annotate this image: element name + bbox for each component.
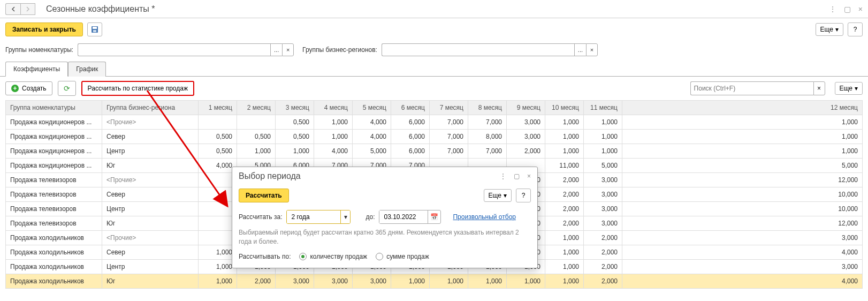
cell-month: 1,000	[507, 274, 545, 289]
regions-clear-button[interactable]: ×	[586, 43, 598, 56]
calendar-button[interactable]: 📅	[428, 210, 440, 223]
cell-month: 6,000	[391, 130, 430, 144]
tab-chart[interactable]: График	[68, 62, 106, 77]
nomenclature-ellipsis-button[interactable]: ...	[270, 43, 282, 56]
calculate-for-label: Рассчитать за:	[239, 213, 282, 221]
radio-by-quantity[interactable]: количеству продаж	[299, 253, 367, 260]
col-m3[interactable]: 3 месяц	[276, 101, 314, 115]
window-close-icon[interactable]: ×	[858, 5, 863, 13]
cell-month: 1,000	[545, 144, 584, 159]
col-m9[interactable]: 9 месяц	[507, 101, 545, 115]
cell-month: 1,000	[276, 144, 314, 159]
radio-dot-icon	[299, 253, 307, 260]
window-menu-icon[interactable]: ⋮	[829, 5, 836, 13]
cell-month: 2,000	[237, 274, 276, 289]
create-button[interactable]: +Создать	[5, 81, 52, 95]
col-m6[interactable]: 6 месяц	[391, 101, 430, 115]
cell-region: Центр	[102, 202, 199, 216]
cell-group: Продажа телевизоров	[6, 187, 102, 202]
period-input[interactable]	[287, 210, 340, 223]
table-row[interactable]: Продажа кондиционеров ...Север0,5000,500…	[6, 130, 863, 144]
more-button[interactable]: Еще▾	[816, 23, 843, 36]
col-m5[interactable]: 5 месяц	[353, 101, 391, 115]
cell-month: 1,000	[545, 245, 584, 260]
col-m12[interactable]: 12 месяц	[622, 101, 863, 115]
col-m8[interactable]: 8 месяц	[468, 101, 507, 115]
cell-month	[199, 115, 237, 130]
tab-coefficients[interactable]: Коэффициенты	[5, 62, 68, 77]
cell-month: 2,000	[545, 187, 584, 202]
nomenclature-clear-button[interactable]: ×	[282, 43, 294, 56]
cell-month: 1,000	[545, 260, 584, 274]
cell-region: <Прочие>	[102, 115, 199, 130]
cell-month: 2,000	[545, 202, 584, 216]
help-button[interactable]: ?	[848, 22, 863, 36]
chevron-down-icon: ▾	[855, 85, 858, 92]
cell-region: <Прочие>	[102, 231, 199, 245]
nav-forward-button[interactable]	[20, 3, 35, 15]
cell-month: 3,000	[584, 187, 622, 202]
cell-group: Продажа кондиционеров ...	[6, 144, 102, 159]
dialog-more-button[interactable]: Еще▾	[484, 189, 512, 202]
cell-month: 1,000	[584, 115, 622, 130]
cell-month: 4,000	[353, 115, 391, 130]
table-row[interactable]: Продажа кондиционеров ...Центр0,5001,000…	[6, 144, 863, 159]
cell-month: 1,000	[237, 144, 276, 159]
cell-month: 1,000	[545, 130, 584, 144]
cell-month: 3,000	[276, 274, 314, 289]
regions-ellipsis-button[interactable]: ...	[574, 43, 586, 56]
save-and-close-button[interactable]: Записать и закрыть	[5, 22, 83, 36]
cell-group: Продажа холодильников	[6, 231, 102, 245]
window-maximize-icon[interactable]: ▢	[844, 5, 851, 13]
col-m4[interactable]: 4 месяц	[314, 101, 353, 115]
cell-group: Продажа холодильников	[6, 274, 102, 289]
page-title: Сезонные коэффициенты *	[46, 4, 829, 14]
cell-month: 3,000	[622, 231, 863, 245]
dialog-menu-icon[interactable]: ⋮	[500, 172, 506, 180]
cell-group: Продажа кондиционеров ...	[6, 130, 102, 144]
col-group[interactable]: Группа номенклатуры	[6, 101, 102, 115]
cell-month: 3,000	[584, 173, 622, 187]
dialog-calculate-button[interactable]: Рассчитать	[239, 189, 289, 202]
cell-month: 1,000	[199, 274, 237, 289]
business-regions-input[interactable]	[382, 43, 574, 56]
cell-month: 0,500	[276, 130, 314, 144]
col-m10[interactable]: 10 месяц	[545, 101, 584, 115]
calculate-by-sales-stats-button[interactable]: Рассчитать по статистике продаж	[81, 81, 194, 96]
col-m1[interactable]: 1 месяц	[199, 101, 237, 115]
cell-month: 1,000	[545, 274, 584, 289]
col-m7[interactable]: 7 месяц	[430, 101, 468, 115]
cell-month: 1,000	[468, 274, 507, 289]
col-region[interactable]: Группа бизнес-региона	[102, 101, 199, 115]
cell-month: 12,000	[622, 173, 863, 187]
cell-month: 4,000	[199, 159, 237, 173]
table-row[interactable]: Продажа холодильниковЮг1,0002,0003,0003,…	[6, 274, 863, 289]
nomenclature-groups-input[interactable]	[78, 43, 270, 56]
save-button[interactable]	[87, 22, 102, 36]
cell-month: 2,000	[584, 231, 622, 245]
nav-back-button[interactable]	[5, 3, 20, 15]
search-clear-button[interactable]: ×	[813, 81, 825, 95]
cell-month: 11,000	[545, 159, 584, 173]
period-dropdown-button[interactable]: ▾	[340, 210, 350, 223]
refresh-button[interactable]: ⟳	[58, 81, 76, 96]
cell-month: 10,000	[622, 202, 863, 216]
custom-filter-link[interactable]: Произвольный отбор	[453, 213, 516, 221]
dialog-help-button[interactable]: ?	[516, 189, 531, 202]
cell-month: 4,000	[622, 274, 863, 289]
cell-month: 8,000	[468, 130, 507, 144]
col-m11[interactable]: 11 месяц	[584, 101, 622, 115]
business-regions-label: Группы бизнес-регионов:	[302, 46, 377, 54]
cell-month: 2,000	[584, 274, 622, 289]
table-more-button[interactable]: Еще▾	[835, 82, 863, 95]
radio-by-sum[interactable]: сумме продаж	[376, 253, 429, 260]
table-row[interactable]: Продажа кондиционеров ...<Прочие>0,5001,…	[6, 115, 863, 130]
svg-rect-1	[93, 27, 97, 29]
col-m2[interactable]: 2 месяц	[237, 101, 276, 115]
search-input[interactable]	[690, 81, 813, 95]
dialog-close-icon[interactable]: ×	[527, 172, 531, 180]
cell-month: 7,000	[430, 130, 468, 144]
cell-month: 3,000	[507, 130, 545, 144]
dialog-maximize-icon[interactable]: ▢	[514, 172, 520, 180]
date-to-input[interactable]	[379, 210, 428, 223]
